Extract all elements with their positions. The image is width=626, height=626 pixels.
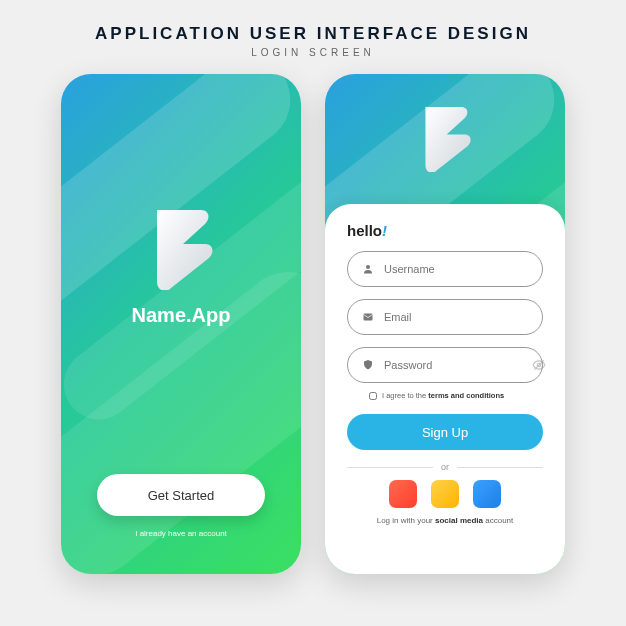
svg-point-0 — [366, 265, 370, 269]
page-title: APPLICATION USER INTERFACE DESIGN — [0, 24, 626, 44]
terms-label: I agree to the terms and conditions — [382, 391, 504, 400]
svg-rect-1 — [364, 314, 373, 321]
toggle-password-visibility-button[interactable] — [532, 358, 546, 372]
username-input[interactable] — [384, 263, 528, 275]
username-field[interactable] — [347, 251, 543, 287]
user-icon — [362, 263, 374, 275]
social-login-yellow-button[interactable] — [431, 480, 459, 508]
email-field[interactable] — [347, 299, 543, 335]
already-have-account-link[interactable]: I already have an account — [61, 529, 301, 538]
page-subtitle: LOGIN SCREEN — [0, 47, 626, 58]
password-input[interactable] — [384, 359, 522, 371]
eye-off-icon — [532, 360, 546, 375]
shield-icon — [362, 359, 374, 371]
social-login-blue-button[interactable] — [473, 480, 501, 508]
terms-link[interactable]: terms and conditions — [428, 391, 504, 400]
email-input[interactable] — [384, 311, 528, 323]
get-started-button[interactable]: Get Started — [97, 474, 265, 516]
email-icon — [362, 311, 374, 323]
social-login-caption: Log in with your social media account — [347, 516, 543, 525]
terms-checkbox-row[interactable]: I agree to the terms and conditions — [369, 391, 543, 400]
sign-up-button[interactable]: Sign Up — [347, 414, 543, 450]
app-logo-icon — [414, 102, 476, 176]
greeting: hello! — [347, 222, 543, 239]
app-logo-icon — [143, 204, 219, 290]
login-screen: hello! — [325, 74, 565, 574]
terms-checkbox[interactable] — [369, 392, 377, 400]
social-login-red-button[interactable] — [389, 480, 417, 508]
app-name: Name.App — [132, 304, 231, 327]
login-card: hello! — [325, 204, 565, 574]
divider: or — [347, 462, 543, 472]
password-field[interactable] — [347, 347, 543, 383]
splash-screen: Name.App Get Started I already have an a… — [61, 74, 301, 574]
